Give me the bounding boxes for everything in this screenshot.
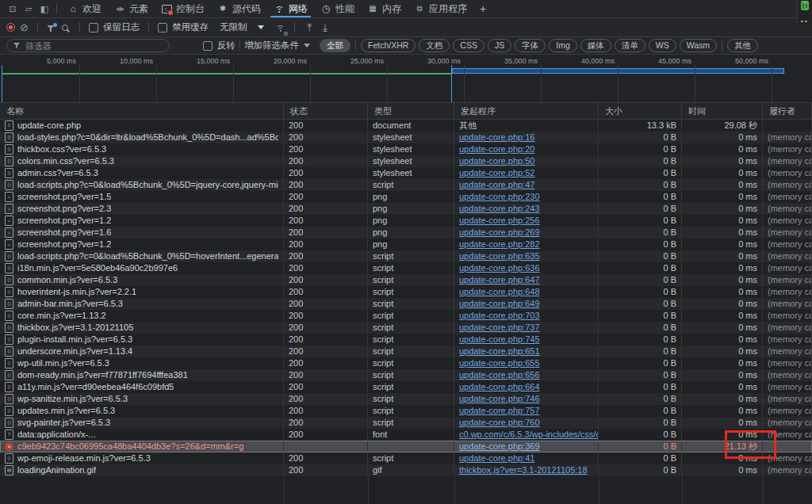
request-name-cell[interactable]: ()underscore.min.js?ver=1.13.4 (0, 346, 284, 357)
request-row[interactable]: ▵screenshot.png?ver=1.5200pngupdate-core… (0, 191, 812, 203)
initiator-link[interactable]: update-core.php:269 (459, 227, 540, 237)
initiator-link[interactable]: update-core.php:647 (459, 275, 540, 284)
request-name-cell[interactable]: ▵screenshot.png?ver=1.5 (0, 191, 284, 203)
request-name-cell[interactable]: ()i18n.min.js?ver=5e580eb46a90c2b997e6 (0, 262, 284, 274)
request-name-cell[interactable]: ()core.min.js?ver=1.13.2 (0, 310, 284, 322)
initiator-link[interactable]: update-core.php:656 (459, 370, 540, 380)
request-name-cell[interactable]: ()svg-painter.js?ver=6.5.3 (0, 417, 284, 429)
record-network-log-button[interactable] (6, 23, 15, 32)
request-row[interactable]: ()updates.min.js?ver=6.5.3200scriptupdat… (0, 405, 812, 417)
request-row[interactable]: ▤loadingAnimation.gif200gifthickbox.js?v… (0, 464, 812, 476)
filter-pill-清单[interactable]: 清单 (615, 39, 645, 52)
network-conditions-button[interactable]: ⚙ (275, 21, 285, 35)
disable-cache-checkbox[interactable] (158, 23, 167, 32)
initiator-link[interactable]: update-core.php:52 (459, 168, 534, 178)
request-row[interactable]: ▵screenshot.png?ver=1.2200pngupdate-core… (0, 215, 812, 227)
throttling-dropdown-arrow-icon[interactable] (258, 25, 264, 29)
initiator-link[interactable]: update-core.php:256 (459, 216, 540, 225)
request-name-cell[interactable]: ▵screenshot.png?ver=1.2 (0, 239, 284, 250)
initiator-link[interactable]: update-core.php:760 (459, 418, 540, 427)
filter-pill-字体[interactable]: 字体 (515, 39, 546, 52)
initiator-link[interactable]: update-core.php:703 (459, 311, 540, 320)
request-name-cell[interactable]: ()wp-sanitize.min.js?ver=6.5.3 (0, 393, 284, 405)
initiator-link[interactable]: update-core.php:47 (459, 180, 534, 189)
filter-pill-Fetch/XHR[interactable]: Fetch/XHR (361, 39, 416, 52)
initiator-link[interactable]: update-core.php:243 (459, 204, 540, 213)
throttling-select[interactable]: 无限制 (220, 21, 247, 33)
initiator-link[interactable]: update-core.php:745 (459, 334, 540, 344)
request-row[interactable]: {}colors.min.css?ver=6.5.3200stylesheetu… (0, 155, 812, 167)
request-row[interactable]: ×c9eb9423c74bc06995ca48ba4404db3e?s=26&d… (0, 441, 812, 452)
request-name-cell[interactable]: Tdata:application/x-... (0, 429, 284, 441)
request-name-cell[interactable]: ()wp-emoji-release.min.js?ver=6.5.3 (0, 452, 284, 464)
filter-pill-文档[interactable]: 文档 (419, 39, 450, 52)
request-row[interactable]: ()admin-bar.min.js?ver=6.5.3200scriptupd… (0, 298, 812, 310)
invert-filter-checkbox[interactable] (203, 41, 213, 51)
request-row[interactable]: ▵screenshot.png?ver=1.2200pngupdate-core… (0, 239, 812, 250)
initiator-link[interactable]: update-core.php:369 (459, 441, 540, 451)
request-row[interactable]: ()common.min.js?ver=6.5.3200scriptupdate… (0, 274, 812, 286)
request-name-cell[interactable]: ()updates.min.js?ver=6.5.3 (0, 405, 284, 417)
filter-pill-Wasm[interactable]: Wasm (680, 39, 717, 52)
request-name-cell[interactable]: ▤loadingAnimation.gif (0, 464, 284, 476)
network-overview-timeline[interactable]: 5,000 ms10,000 ms15,000 ms20,000 ms25,00… (0, 55, 812, 103)
request-row[interactable]: ()wp-sanitize.min.js?ver=6.5.3200scriptu… (0, 393, 812, 405)
clear-network-log-button[interactable]: ⊘ (20, 22, 29, 32)
filter-pill-全部[interactable]: 全部 (320, 39, 350, 52)
filter-pill-其他[interactable]: 其他 (727, 39, 758, 52)
request-row[interactable]: ()core.min.js?ver=1.13.2200scriptupdate-… (0, 310, 812, 322)
request-name-cell[interactable]: {}admin.css?ver=6.5.3 (0, 167, 284, 179)
request-name-cell[interactable]: ▵screenshot.png?ver=1.2 (0, 215, 284, 227)
request-row[interactable]: ▵screenshot.png?ver=2.3200pngupdate-core… (0, 203, 812, 215)
request-name-cell[interactable]: ≡update-core.php (0, 120, 284, 132)
tab-性能[interactable]: ◷性能 (314, 0, 361, 17)
request-name-cell[interactable]: ▵screenshot.png?ver=1.6 (0, 227, 284, 239)
more-tabs-button[interactable]: + (473, 2, 492, 15)
initiator-link[interactable]: update-core.php:746 (459, 394, 540, 403)
inspect-element-icon[interactable]: ⊡ (5, 2, 21, 16)
initiator-link[interactable]: c0.wp.com/c/6.5.3/wp-includes/css/dashic… (459, 430, 599, 439)
initiator-link[interactable]: update-core.php:757 (459, 406, 540, 415)
filter-pill-WS[interactable]: WS (649, 39, 676, 52)
request-name-cell[interactable]: ()wp-util.min.js?ver=6.5.3 (0, 357, 284, 369)
import-har-button[interactable]: ⤒ (304, 22, 315, 32)
request-name-cell[interactable]: ()plugin-install.min.js?ver=6.5.3 (0, 334, 284, 346)
request-name-cell[interactable]: {}load-styles.php?c=0&dir=ltr&load%5Bchu… (0, 132, 284, 143)
request-row[interactable]: ()plugin-install.min.js?ver=6.5.3200scri… (0, 334, 812, 346)
request-name-cell[interactable]: ()admin-bar.min.js?ver=6.5.3 (0, 298, 284, 310)
request-row[interactable]: {}load-styles.php?c=0&dir=ltr&load%5Bchu… (0, 132, 812, 143)
device-emulation-icon[interactable]: ▱ (21, 2, 36, 16)
filter-toggle-button[interactable] (47, 23, 57, 32)
request-name-cell[interactable]: ()a11y.min.js?ver=d90eebea464f6c09bfd5 (0, 381, 284, 393)
initiator-link[interactable]: update-core.php:737 (459, 323, 540, 332)
request-row[interactable]: ()i18n.min.js?ver=5e580eb46a90c2b997e620… (0, 262, 812, 274)
request-row[interactable]: ()hoverintent-js.min.js?ver=2.2.1200scri… (0, 286, 812, 298)
column-header-状态[interactable]: 状态 (284, 103, 368, 119)
preserve-log-checkbox[interactable] (89, 23, 98, 32)
initiator-link[interactable]: update-core.php:649 (459, 299, 540, 308)
initiator-link[interactable]: update-core.php:16 (459, 132, 534, 142)
request-name-cell[interactable]: ×c9eb9423c74bc06995ca48ba4404db3e?s=26&d… (0, 441, 284, 452)
request-row[interactable]: {}thickbox.css?ver=6.5.3200stylesheetupd… (0, 143, 812, 155)
initiator-link[interactable]: update-core.php:655 (459, 358, 540, 368)
initiator-link[interactable]: update-core.php:651 (459, 346, 540, 356)
column-header-大小[interactable]: 大小 (599, 103, 682, 119)
initiator-link[interactable]: update-core.php:282 (459, 239, 540, 249)
request-row[interactable]: ()thickbox.js?ver=3.1-20121105200scriptu… (0, 322, 812, 334)
request-row[interactable]: ()load-scripts.php?c=0&load%5Bchunk_0%5D… (0, 250, 812, 262)
tab-元素[interactable]: </>元素 (108, 0, 155, 17)
column-header-名称[interactable]: 名称 (0, 103, 284, 119)
initiator-link[interactable]: update-core.php:648 (459, 287, 540, 296)
initiator-link[interactable]: update-core.php:50 (459, 156, 534, 166)
tab-欢迎[interactable]: ⌂欢迎 (61, 0, 108, 17)
initiator-link[interactable]: update-core.php:636 (459, 263, 540, 273)
request-name-cell[interactable]: {}thickbox.css?ver=6.5.3 (0, 143, 284, 155)
export-har-button[interactable]: ⤓ (320, 22, 331, 32)
request-name-cell[interactable]: ()thickbox.js?ver=3.1-20121105 (0, 322, 284, 334)
filter-pill-媒体[interactable]: 媒体 (580, 39, 611, 52)
request-name-cell[interactable]: ()dom-ready.min.js?ver=f77871ff7694fffea… (0, 369, 284, 381)
column-header-履行者[interactable]: 履行者 (763, 103, 812, 119)
tab-网络[interactable]: 网络 (267, 0, 314, 17)
tab-内存[interactable]: ▦内存 (361, 0, 408, 17)
request-name-cell[interactable]: ()load-scripts.php?c=0&load%5Bchunk_0%5D… (0, 250, 284, 262)
